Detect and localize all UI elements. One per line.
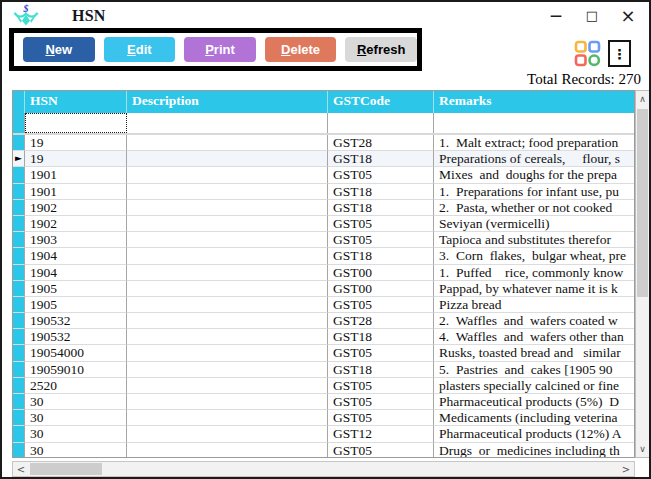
cell-description[interactable]: [127, 329, 328, 345]
table-row[interactable]: 19059010 GST18 5. Pastries and cakes [19…: [13, 362, 634, 378]
cell-remarks[interactable]: Pharmaceutical products (5%) D: [434, 394, 634, 410]
cell-remarks[interactable]: 2. Pasta, whether or not cooked: [434, 200, 634, 216]
row-selector[interactable]: [13, 216, 25, 232]
header-hsn[interactable]: HSN: [25, 91, 127, 113]
cell-hsn[interactable]: 19: [25, 151, 127, 167]
cell-gstcode[interactable]: GST05: [328, 216, 434, 232]
scroll-up-icon[interactable]: ∧: [636, 91, 649, 107]
row-selector[interactable]: [13, 443, 25, 458]
cell-hsn[interactable]: 2520: [25, 378, 127, 394]
horizontal-scroll-thumb[interactable]: [30, 463, 102, 475]
table-row[interactable]: 1901 GST18 1. Preparations for infant us…: [13, 184, 634, 200]
cell-remarks[interactable]: plasters specially calcined or fine: [434, 378, 634, 394]
cell-hsn[interactable]: 1902: [25, 216, 127, 232]
table-row[interactable]: 30 GST05 Pharmaceutical products (5%) D: [13, 394, 634, 410]
row-selector[interactable]: [13, 232, 25, 248]
new-row-description-cell[interactable]: [127, 113, 328, 133]
cell-description[interactable]: [127, 265, 328, 281]
cell-hsn[interactable]: 1903: [25, 232, 127, 248]
row-selector[interactable]: [13, 265, 25, 281]
minimize-button[interactable]: —: [538, 3, 574, 28]
cell-description[interactable]: [127, 151, 328, 167]
maximize-button[interactable]: □: [574, 3, 610, 28]
header-gstcode[interactable]: GSTCode: [328, 91, 434, 113]
cell-gstcode[interactable]: GST05: [328, 410, 434, 426]
cell-description[interactable]: [127, 378, 328, 394]
cell-gstcode[interactable]: GST05: [328, 297, 434, 313]
table-row[interactable]: 190532 GST18 4. Waffles and wafers other…: [13, 329, 634, 345]
cell-gstcode[interactable]: GST18: [328, 200, 434, 216]
cell-gstcode[interactable]: GST18: [328, 329, 434, 345]
print-button[interactable]: Print: [184, 37, 256, 62]
new-row-remarks-cell[interactable]: [434, 113, 634, 133]
cell-remarks[interactable]: 2. Waffles and wafers coated w: [434, 313, 634, 329]
table-row[interactable]: 1902 GST18 2. Pasta, whether or not cook…: [13, 200, 634, 216]
edit-button[interactable]: Edit: [104, 37, 176, 62]
cell-remarks[interactable]: Pizza bread: [434, 297, 634, 313]
cell-gstcode[interactable]: GST12: [328, 426, 434, 442]
cell-hsn[interactable]: 19054000: [25, 345, 127, 361]
cell-hsn[interactable]: 19: [25, 135, 127, 151]
cell-remarks[interactable]: 3. Corn flakes, bulgar wheat, pre: [434, 248, 634, 264]
cell-hsn[interactable]: 30: [25, 410, 127, 426]
cell-remarks[interactable]: Pharmaceutical products (12%) A: [434, 426, 634, 442]
scroll-down-icon[interactable]: ∨: [636, 441, 649, 457]
cell-hsn[interactable]: 30: [25, 426, 127, 442]
cell-description[interactable]: [127, 216, 328, 232]
table-row[interactable]: 1903 GST05 Tapioca and substitutes there…: [13, 232, 634, 248]
row-selector[interactable]: [13, 281, 25, 297]
delete-button[interactable]: Delete: [265, 37, 337, 62]
cell-description[interactable]: [127, 200, 328, 216]
row-selector[interactable]: [13, 313, 25, 329]
cell-gstcode[interactable]: GST18: [328, 362, 434, 378]
header-description[interactable]: Description: [127, 91, 328, 113]
row-selector[interactable]: [13, 362, 25, 378]
row-selector[interactable]: [13, 426, 25, 442]
new-row-selector[interactable]: [13, 113, 25, 133]
cell-hsn[interactable]: 1905: [25, 281, 127, 297]
cell-gstcode[interactable]: GST05: [328, 167, 434, 183]
cell-hsn[interactable]: 1901: [25, 184, 127, 200]
new-row-gstcode-cell[interactable]: [328, 113, 434, 133]
cell-hsn[interactable]: 1901: [25, 167, 127, 183]
cell-gstcode[interactable]: GST18: [328, 248, 434, 264]
cell-description[interactable]: [127, 313, 328, 329]
cell-remarks[interactable]: Drugs or medicines including th: [434, 443, 634, 458]
table-row[interactable]: 2520 GST05 plasters specially calcined o…: [13, 378, 634, 394]
cell-gstcode[interactable]: GST18: [328, 151, 434, 167]
table-row[interactable]: 1904 GST18 3. Corn flakes, bulgar wheat,…: [13, 248, 634, 264]
cell-description[interactable]: [127, 281, 328, 297]
row-selector[interactable]: [13, 297, 25, 313]
table-row[interactable]: 190532 GST28 2. Waffles and wafers coate…: [13, 313, 634, 329]
row-selector[interactable]: [13, 248, 25, 264]
cell-remarks[interactable]: 1. Malt extract; food preparation: [434, 135, 634, 151]
more-options-button[interactable]: ⋮: [608, 40, 631, 67]
header-remarks[interactable]: Remarks: [434, 91, 634, 113]
vertical-scroll-thumb[interactable]: [637, 109, 648, 297]
vertical-scrollbar[interactable]: ∧ ∨: [635, 90, 650, 458]
cell-remarks[interactable]: Preparations of cereals, flour, s: [434, 151, 634, 167]
cell-gstcode[interactable]: GST28: [328, 135, 434, 151]
categories-icon[interactable]: [574, 40, 601, 67]
row-selector[interactable]: [13, 167, 25, 183]
cell-gstcode[interactable]: GST18: [328, 184, 434, 200]
cell-hsn[interactable]: 30: [25, 394, 127, 410]
scroll-left-icon[interactable]: <: [13, 462, 29, 476]
cell-hsn[interactable]: 1904: [25, 248, 127, 264]
cell-description[interactable]: [127, 443, 328, 458]
cell-hsn[interactable]: 1905: [25, 297, 127, 313]
cell-remarks[interactable]: 4. Waffles and wafers other than: [434, 329, 634, 345]
cell-description[interactable]: [127, 248, 328, 264]
cell-description[interactable]: [127, 410, 328, 426]
table-row[interactable]: 1902 GST05 Seviyan (vermicelli): [13, 216, 634, 232]
cell-hsn[interactable]: 1902: [25, 200, 127, 216]
row-selector[interactable]: [13, 394, 25, 410]
new-button[interactable]: New: [23, 37, 95, 62]
table-row[interactable]: 19 GST28 1. Malt extract; food preparati…: [13, 135, 634, 151]
cell-remarks[interactable]: Seviyan (vermicelli): [434, 216, 634, 232]
cell-gstcode[interactable]: GST05: [328, 232, 434, 248]
cell-hsn[interactable]: 190532: [25, 329, 127, 345]
table-row[interactable]: 1905 GST00 Pappad, by whatever name it i…: [13, 281, 634, 297]
row-selector[interactable]: [13, 329, 25, 345]
close-button[interactable]: ×: [610, 3, 646, 28]
